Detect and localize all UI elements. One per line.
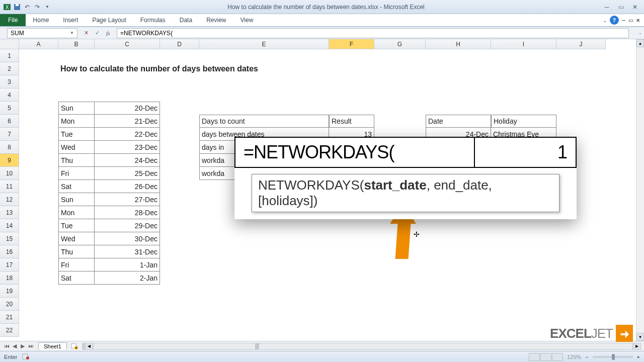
sheet-nav-prev-icon[interactable]: ◀ bbox=[11, 343, 18, 349]
cell-E22[interactable] bbox=[199, 324, 329, 337]
restore-icon[interactable]: ▭ bbox=[617, 3, 625, 11]
name-box-dropdown-icon[interactable]: ▼ bbox=[70, 31, 74, 35]
cell-G4[interactable] bbox=[374, 88, 426, 102]
cell-E2[interactable] bbox=[199, 62, 329, 75]
row-header-17[interactable]: 17 bbox=[0, 258, 19, 272]
fx-icon[interactable]: fx bbox=[104, 29, 113, 38]
cell-H18[interactable] bbox=[426, 272, 491, 285]
cell-H3[interactable] bbox=[426, 75, 491, 88]
cell-C20[interactable] bbox=[95, 298, 160, 311]
cell-C10[interactable]: 25-Dec bbox=[95, 167, 160, 180]
cell-G20[interactable] bbox=[374, 298, 426, 311]
row-header-1[interactable]: 1 bbox=[0, 49, 19, 62]
row-header-19[interactable]: 19 bbox=[0, 285, 19, 298]
cell-A14[interactable] bbox=[19, 219, 58, 232]
cell-I15[interactable] bbox=[491, 232, 556, 245]
cell-A9[interactable] bbox=[19, 154, 58, 167]
cell-B7[interactable]: Tue bbox=[58, 128, 95, 141]
cell-D21[interactable] bbox=[160, 311, 199, 324]
cell-I21[interactable] bbox=[491, 311, 556, 324]
column-header-H[interactable]: H bbox=[426, 39, 491, 49]
cell-E16[interactable] bbox=[199, 245, 329, 258]
cell-E20[interactable] bbox=[199, 298, 329, 311]
column-header-B[interactable]: B bbox=[58, 39, 95, 49]
tab-home[interactable]: Home bbox=[26, 14, 56, 26]
macro-record-icon[interactable] bbox=[22, 353, 30, 361]
cell-C14[interactable]: 29-Dec bbox=[95, 219, 160, 232]
column-header-I[interactable]: I bbox=[491, 39, 556, 49]
cell-F16[interactable] bbox=[329, 245, 374, 258]
column-header-F[interactable]: F bbox=[329, 39, 374, 49]
cell-F20[interactable] bbox=[329, 298, 374, 311]
cell-B13[interactable]: Mon bbox=[58, 206, 95, 219]
cell-C12[interactable]: 27-Dec bbox=[95, 193, 160, 206]
cell-C15[interactable]: 30-Dec bbox=[95, 232, 160, 245]
cell-C8[interactable]: 23-Dec bbox=[95, 141, 160, 154]
column-header-G[interactable]: G bbox=[374, 39, 426, 49]
cell-J1[interactable] bbox=[556, 49, 606, 62]
cell-E6[interactable]: Days to count bbox=[199, 115, 329, 128]
save-icon[interactable] bbox=[13, 3, 21, 11]
cell-B21[interactable] bbox=[58, 311, 95, 324]
cell-C22[interactable] bbox=[95, 324, 160, 337]
cell-B8[interactable]: Wed bbox=[58, 141, 95, 154]
cell-J4[interactable] bbox=[556, 88, 606, 102]
view-page-layout-icon[interactable] bbox=[540, 353, 551, 361]
cell-A4[interactable] bbox=[19, 88, 58, 102]
cell-A3[interactable] bbox=[19, 75, 58, 88]
cell-I19[interactable] bbox=[491, 285, 556, 298]
cell-H21[interactable] bbox=[426, 311, 491, 324]
tab-review[interactable]: Review bbox=[199, 14, 233, 26]
cell-E4[interactable] bbox=[199, 88, 329, 102]
zoom-in-icon[interactable]: + bbox=[637, 354, 640, 360]
doc-close-icon[interactable]: ✕ bbox=[636, 18, 640, 23]
cell-A22[interactable] bbox=[19, 324, 58, 337]
cell-B5[interactable]: Sun bbox=[58, 102, 95, 115]
cell-I4[interactable] bbox=[491, 88, 556, 102]
sheet-nav-first-icon[interactable]: ⏮ bbox=[3, 343, 10, 349]
close-icon[interactable]: ✕ bbox=[631, 3, 639, 11]
cell-D22[interactable] bbox=[160, 324, 199, 337]
cell-I20[interactable] bbox=[491, 298, 556, 311]
cell-J20[interactable] bbox=[556, 298, 606, 311]
cell-D12[interactable] bbox=[160, 193, 199, 206]
cell-H5[interactable] bbox=[426, 102, 491, 115]
sheet-tab-sheet1[interactable]: Sheet1 bbox=[38, 342, 67, 350]
cell-A19[interactable] bbox=[19, 285, 58, 298]
cell-D8[interactable] bbox=[160, 141, 199, 154]
tab-page-layout[interactable]: Page Layout bbox=[85, 14, 133, 26]
cell-G22[interactable] bbox=[374, 324, 426, 337]
cell-B2[interactable]: How to calculate the number of days betw… bbox=[58, 62, 95, 75]
sheet-nav-last-icon[interactable]: ⏭ bbox=[27, 343, 34, 349]
cell-A6[interactable] bbox=[19, 115, 58, 128]
cell-F4[interactable] bbox=[329, 88, 374, 102]
row-header-18[interactable]: 18 bbox=[0, 272, 19, 285]
ribbon-minimize-icon[interactable]: ⌄ bbox=[603, 18, 607, 23]
cell-G19[interactable] bbox=[374, 285, 426, 298]
formula-input[interactable]: =NETWORKDAYS( bbox=[117, 28, 629, 38]
cell-D19[interactable] bbox=[160, 285, 199, 298]
cell-H19[interactable] bbox=[426, 285, 491, 298]
cell-H17[interactable] bbox=[426, 258, 491, 272]
qat-dropdown-icon[interactable]: ▼ bbox=[43, 3, 51, 11]
tab-formulas[interactable]: Formulas bbox=[133, 14, 173, 26]
cell-D2[interactable] bbox=[160, 62, 199, 75]
cell-A20[interactable] bbox=[19, 298, 58, 311]
cell-D6[interactable] bbox=[160, 115, 199, 128]
scroll-up-icon[interactable]: ▲ bbox=[636, 39, 644, 47]
cell-F6[interactable]: Result bbox=[329, 115, 374, 128]
cell-H1[interactable] bbox=[426, 49, 491, 62]
cell-C3[interactable] bbox=[95, 75, 160, 88]
view-page-break-icon[interactable] bbox=[552, 353, 563, 361]
cell-I5[interactable] bbox=[491, 102, 556, 115]
cell-A17[interactable] bbox=[19, 258, 58, 272]
cell-C2[interactable] bbox=[95, 62, 160, 75]
cell-G17[interactable] bbox=[374, 258, 426, 272]
cell-B4[interactable] bbox=[58, 88, 95, 102]
cell-D13[interactable] bbox=[160, 206, 199, 219]
doc-restore-icon[interactable]: ▭ bbox=[628, 18, 633, 23]
cell-G5[interactable] bbox=[374, 102, 426, 115]
cell-C7[interactable]: 22-Dec bbox=[95, 128, 160, 141]
cell-H20[interactable] bbox=[426, 298, 491, 311]
row-header-10[interactable]: 10 bbox=[0, 167, 19, 180]
